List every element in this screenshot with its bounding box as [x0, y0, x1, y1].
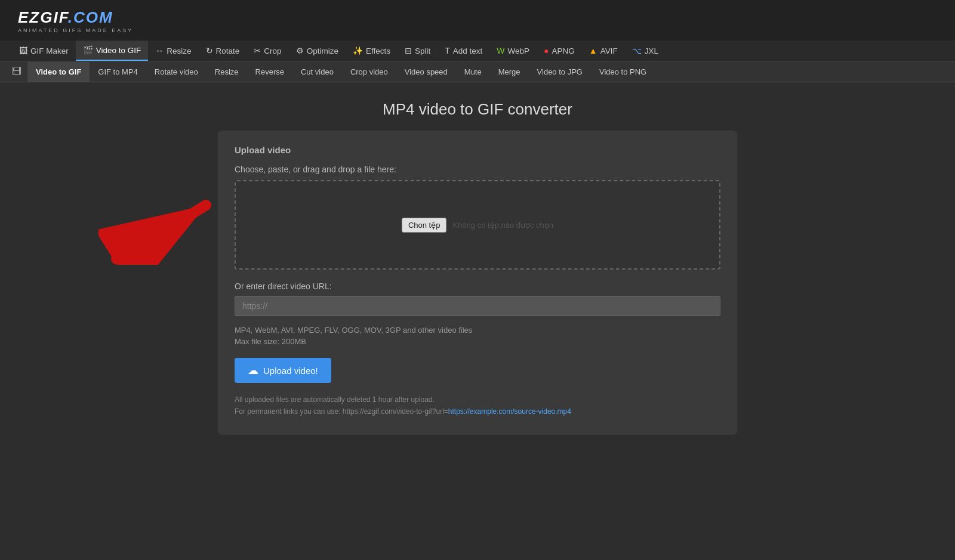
sub-nav: 🎞 Video to GIF GIF to MP4 Rotate video R… — [0, 61, 955, 82]
subnav-merge[interactable]: Merge — [490, 62, 529, 82]
effects-icon: ✨ — [353, 46, 363, 55]
info-text: All uploaded files are automatically del… — [235, 394, 720, 418]
upload-label: Choose, paste, or drag and drop a file h… — [235, 165, 720, 174]
jxl-icon: ⌥ — [632, 46, 642, 55]
main-content: MP4 video to GIF converter Upload video … — [0, 82, 955, 453]
subnav-video-speed[interactable]: Video speed — [396, 62, 456, 82]
nav-optimize[interactable]: ⚙ Optimize — [289, 41, 346, 60]
nav-avif[interactable]: ▲ AVIF — [582, 41, 625, 60]
info-line1: All uploaded files are automatically del… — [235, 394, 720, 406]
choose-file-button[interactable]: Chon tệp — [402, 218, 447, 233]
nav-apng[interactable]: ● APNG — [537, 41, 582, 60]
video-sub-icon: 🎞 — [6, 61, 27, 82]
rotate-icon: ↻ — [206, 46, 213, 55]
info-line2: For permanent links you can use: https:/… — [235, 406, 720, 417]
optimize-icon: ⚙ — [296, 46, 304, 55]
nav-gif-maker[interactable]: 🖼 GIF Maker — [12, 41, 76, 60]
subnav-rotate-video[interactable]: Rotate video — [146, 62, 207, 82]
subnav-gif-to-mp4[interactable]: GIF to MP4 — [90, 62, 146, 82]
add-text-icon: T — [445, 46, 450, 55]
header: EZGIF.COM ANIMATED GIFS MADE EASY — [0, 0, 955, 41]
upload-button[interactable]: ☁ Upload video! — [235, 358, 331, 383]
nav-crop[interactable]: ✂ Crop — [247, 41, 288, 60]
subnav-video-to-jpg[interactable]: Video to JPG — [529, 62, 591, 82]
logo-tagline: ANIMATED GIFS MADE EASY — [18, 27, 133, 33]
nav-video-to-gif[interactable]: 🎬 Video to GIF — [76, 41, 149, 61]
page-title: MP4 video to GIF converter — [36, 100, 919, 119]
apng-icon: ● — [544, 46, 549, 55]
formats-text: MP4, WebM, AVI, MPEG, FLV, OGG, MOV, 3GP… — [235, 326, 720, 335]
subnav-video-to-png[interactable]: Video to PNG — [591, 62, 655, 82]
no-file-label: Không có tệp nào được chọn — [452, 221, 553, 230]
red-arrow — [98, 187, 230, 265]
subnav-video-to-gif[interactable]: Video to GIF — [27, 62, 90, 82]
nav-add-text[interactable]: T Add text — [438, 41, 489, 60]
nav-effects[interactable]: ✨ Effects — [346, 41, 398, 60]
avif-icon: ▲ — [589, 46, 597, 55]
drop-zone[interactable]: Chon tệp Không có tệp nào được chọn — [235, 180, 720, 270]
nav-jxl[interactable]: ⌥ JXL — [625, 41, 666, 60]
subnav-crop-video[interactable]: Crop video — [342, 62, 396, 82]
url-label: Or enter direct video URL: — [235, 281, 720, 291]
webp-icon: W — [497, 46, 504, 55]
file-input-wrapper: Chon tệp Không có tệp nào được chọn — [402, 218, 553, 233]
logo-text: EZGIF.COM — [18, 8, 133, 27]
logo[interactable]: EZGIF.COM ANIMATED GIFS MADE EASY — [18, 8, 133, 33]
subnav-cut-video[interactable]: Cut video — [292, 62, 342, 82]
nav-rotate[interactable]: ↻ Rotate — [199, 41, 247, 60]
subnav-mute[interactable]: Mute — [456, 62, 490, 82]
upload-cloud-icon: ☁ — [248, 364, 258, 377]
nav-split[interactable]: ⊟ Split — [398, 41, 438, 60]
resize-icon: ↔ — [155, 46, 164, 55]
maxsize-text: Max file size: 200MB — [235, 337, 720, 346]
crop-icon: ✂ — [254, 46, 261, 55]
upload-card: Upload video Choose, paste, or drag and … — [218, 131, 737, 435]
subnav-resize[interactable]: Resize — [207, 62, 247, 82]
upload-section-title: Upload video — [235, 145, 720, 155]
nav-webp[interactable]: W WebP — [489, 41, 537, 60]
example-url-link[interactable]: https://example.com/source-video.mp4 — [448, 407, 571, 416]
top-nav: 🖼 GIF Maker 🎬 Video to GIF ↔ Resize ↻ Ro… — [0, 41, 955, 61]
gif-maker-icon: 🖼 — [19, 46, 27, 55]
split-icon: ⊟ — [405, 46, 412, 55]
url-input[interactable] — [235, 296, 720, 316]
video-to-gif-icon: 🎬 — [83, 45, 93, 55]
nav-resize[interactable]: ↔ Resize — [148, 41, 198, 60]
subnav-reverse[interactable]: Reverse — [247, 62, 292, 82]
